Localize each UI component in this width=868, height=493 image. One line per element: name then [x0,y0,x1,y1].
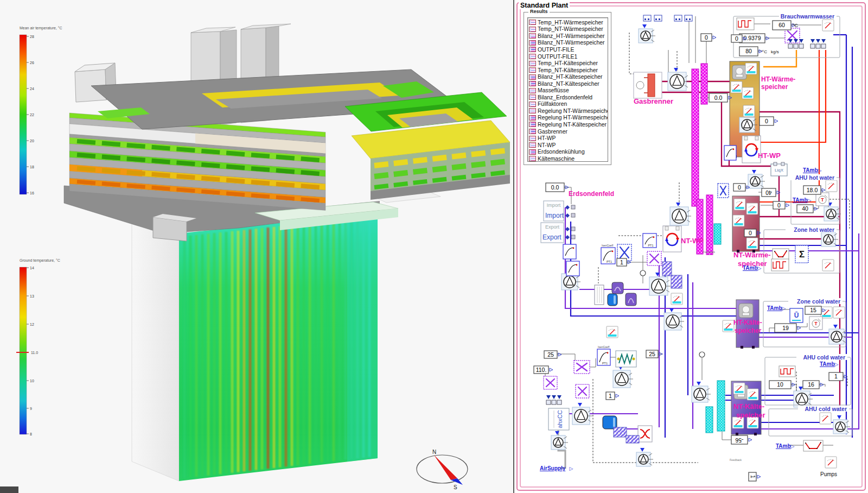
result-item[interactable]: Temp_HT-Kältespeicher [529,60,608,67]
signal-port[interactable] [685,15,692,21]
mixing-valve-block[interactable] [718,184,729,198]
value-box[interactable]: 16 [803,381,824,389]
result-item[interactable]: Temp_NT-Wärmespeicher [529,26,608,33]
gauge-indicator[interactable] [745,63,757,74]
pipe-junction[interactable] [699,352,705,357]
pump[interactable] [551,431,568,450]
result-item[interactable]: Gasbrenner [529,128,608,135]
result-item[interactable]: Bilanz_HT-Wärmespeicher [529,33,608,40]
transfer-function-block[interactable]: PT1IsenCoeff [601,244,615,264]
hatched-pipe-header[interactable] [614,427,627,437]
valve-manifold[interactable] [810,39,826,48]
result-item[interactable]: Regelung NT-Kältespeicher [529,121,608,128]
gauge-indicator[interactable] [734,199,745,210]
gauge-indicator[interactable] [822,20,834,31]
value-box[interactable]: 19 [775,324,801,332]
io-block[interactable]: ImportImport [544,201,575,221]
pump[interactable] [636,448,653,466]
value-box[interactable]: 40 [762,188,780,197]
gauge-indicator[interactable] [733,383,745,394]
gauge-indicator[interactable] [746,238,758,249]
value-box[interactable]: 80 [739,47,762,56]
result-item[interactable]: OUTPUT-FILE [529,46,608,53]
mixing-valve-block[interactable] [574,361,590,374]
gauge-indicator[interactable] [607,326,618,338]
io-block[interactable]: ExportExport [541,223,575,243]
result-item[interactable]: Erdsondenkühlung [529,148,608,155]
coil-heat-exchanger[interactable] [616,351,636,367]
mixing-valve-block[interactable] [544,376,557,389]
hatched-pipe-header[interactable] [671,275,682,288]
result-item[interactable]: Temp_HT-Wärmespeicher [529,19,608,26]
value-box[interactable]: 0.0 [546,183,569,192]
pump[interactable] [639,24,655,43]
gauge-indicator[interactable] [822,260,834,271]
gauge-indicator[interactable] [743,105,755,117]
mixing-valve-block[interactable] [647,251,661,266]
expansion-vessel[interactable] [608,294,617,306]
result-item[interactable]: Bilanz_NT-Kältespeicher [529,80,608,87]
gauge-indicator[interactable] [723,320,734,332]
purple-component-block[interactable] [626,293,636,306]
link-label[interactable]: TAmb▷ [743,265,762,271]
value-box[interactable]: 40 [797,205,818,213]
setpoint-curve-block[interactable] [773,249,789,260]
mixing-valve-block[interactable] [785,28,800,43]
hatched-pipe-header[interactable] [714,224,721,244]
gauge-indicator[interactable] [733,215,744,226]
value-box[interactable]: 0.0 [709,93,732,102]
hatched-pipe-header[interactable] [697,199,703,254]
link-label[interactable]: AirSupply▷ [540,465,573,471]
value-box[interactable]: 0.9379 [739,34,769,43]
link-label[interactable]: TAmb▷ [820,361,839,367]
gauge-indicator[interactable] [820,413,831,424]
result-item[interactable]: Kältemaschine [529,155,608,162]
value-box[interactable]: 1 [606,392,619,400]
result-item[interactable]: Füllfaktoren [529,101,608,108]
pulse-schedule-block[interactable] [779,366,795,377]
gauge-indicator[interactable] [746,203,758,214]
value-box[interactable]: 110. [534,366,553,374]
transfer-function-block[interactable]: PT1 [643,233,656,248]
gauge-indicator[interactable] [833,307,845,318]
pump[interactable] [668,68,689,91]
thermostat-block[interactable]: T [809,317,822,330]
crossflow-heat-exchanger[interactable] [638,426,652,442]
purple-component-block[interactable] [612,282,623,294]
gauge-indicator[interactable] [747,389,758,400]
hatched-pipe-header[interactable] [706,195,713,255]
transfer-function-block[interactable] [563,244,576,259]
gauge-indicator[interactable] [826,180,837,192]
sum-block[interactable]: Σ [795,245,808,263]
pulse-schedule-block[interactable] [737,18,754,30]
mixing-valve-block[interactable] [576,384,589,398]
average-block[interactable]: Ū [790,308,803,323]
liqx-block[interactable]: LiqX [771,162,787,176]
hatched-pipe-header[interactable] [717,381,725,431]
transfer-function-block[interactable] [724,146,736,160]
result-item[interactable]: Bilanz_Erdsondenfeld [529,94,608,101]
signal-port[interactable] [643,15,651,21]
result-item[interactable]: Temp_NT-Kältespeicher [529,67,608,74]
result-item[interactable]: HT-WP [529,135,608,142]
hatched-pipe-header[interactable] [626,435,639,443]
pump[interactable] [748,170,765,188]
hatched-pipe-header[interactable] [662,262,672,276]
plate-heat-exchanger[interactable] [595,285,604,305]
setpoint-curve-block[interactable] [803,440,823,451]
pump[interactable] [572,403,592,425]
gauge-indicator[interactable] [671,293,682,305]
value-box[interactable]: 0 [701,34,716,41]
air-heat-exchanger-block[interactable]: ahxCC [548,408,569,430]
value-box[interactable]: 1 [749,472,761,481]
transfer-function-block[interactable]: PT1IsenCoeff [597,345,610,365]
link-label[interactable]: TAmb▷ [767,305,786,311]
pump[interactable] [670,203,691,225]
hatched-pipe-header[interactable] [706,407,713,433]
gas-burner-block[interactable] [634,72,662,98]
link-label[interactable]: TAmb▷ [793,197,812,203]
signal-port[interactable] [674,15,682,21]
pump[interactable] [664,308,684,330]
result-item[interactable]: Bilanz_NT-Wärmespeicher [529,40,608,47]
nt-heat-pump[interactable] [663,226,681,252]
